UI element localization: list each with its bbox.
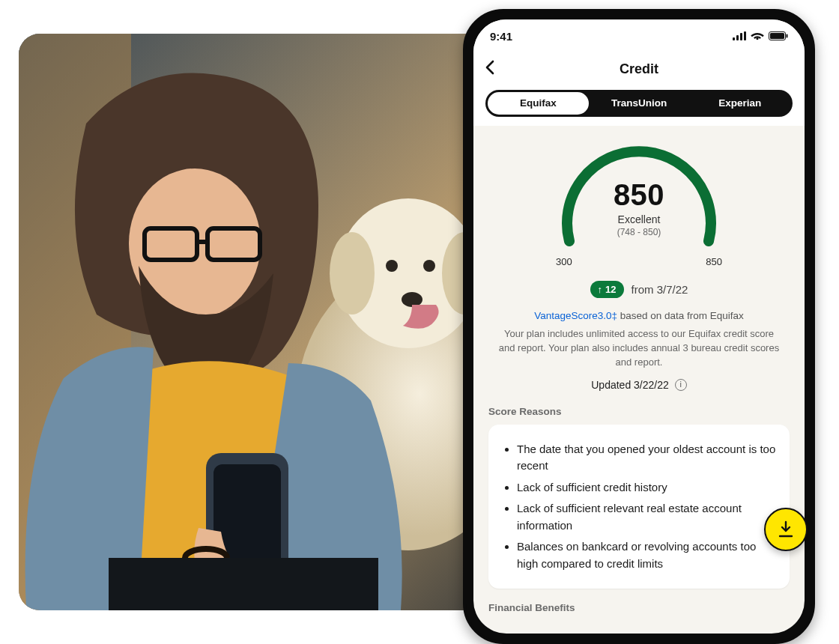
svg-rect-16 bbox=[109, 558, 378, 610]
svg-rect-19 bbox=[740, 33, 742, 40]
section-score-reasons: Score Reasons bbox=[488, 406, 790, 417]
gauge-scale: 300 850 bbox=[560, 256, 718, 267]
plan-description: Your plan includes unlimited access to o… bbox=[488, 327, 790, 370]
tab-transunion[interactable]: TransUnion bbox=[589, 92, 690, 115]
section-financial-benefits: Financial Benefits bbox=[488, 602, 790, 613]
score-change-from: from 3/7/22 bbox=[631, 283, 688, 296]
svg-rect-17 bbox=[733, 37, 735, 40]
gauge-min: 300 bbox=[556, 256, 572, 267]
credit-body: 850 Excellent (748 - 850) 300 850 ↑ 12 bbox=[473, 126, 805, 634]
svg-point-7 bbox=[423, 260, 435, 272]
svg-point-6 bbox=[386, 260, 398, 272]
bureau-tabs: Equifax TransUnion Experian bbox=[473, 85, 805, 126]
svg-rect-20 bbox=[744, 31, 746, 40]
credit-rating: Excellent bbox=[545, 213, 733, 225]
score-change-value: 12 bbox=[605, 284, 616, 295]
back-button[interactable] bbox=[484, 60, 494, 78]
score-reason-item: Balances on bankcard or revolving accoun… bbox=[517, 538, 776, 572]
status-bar: 9:41 bbox=[473, 19, 805, 52]
download-button[interactable] bbox=[764, 508, 808, 551]
phone-frame: 9:41 Credit bbox=[463, 9, 815, 644]
chevron-left-icon bbox=[484, 60, 494, 75]
svg-rect-18 bbox=[736, 35, 739, 40]
info-icon[interactable]: i bbox=[675, 379, 687, 391]
score-change-chip: ↑ 12 bbox=[590, 281, 624, 298]
credit-score: 850 bbox=[545, 178, 733, 212]
status-time: 9:41 bbox=[490, 30, 512, 43]
score-gauge: 850 Excellent (748 - 850) bbox=[545, 142, 733, 255]
score-reason-item: The date that you opened your oldest acc… bbox=[517, 441, 776, 475]
updated-label: Updated 3/22/22 bbox=[591, 379, 669, 391]
gauge-max: 850 bbox=[706, 256, 722, 267]
status-icons bbox=[733, 30, 788, 43]
arrow-up-icon: ↑ bbox=[598, 284, 603, 295]
cellular-icon bbox=[733, 30, 746, 43]
vantagescore-link[interactable]: VantageScore3.0‡ bbox=[534, 310, 617, 321]
vantage-source: based on data from Equifax bbox=[617, 310, 744, 321]
nav-bar: Credit bbox=[473, 52, 805, 85]
credit-rating-range: (748 - 850) bbox=[545, 227, 733, 237]
score-reason-item: Lack of sufficient relevant real estate … bbox=[517, 500, 776, 534]
tab-experian[interactable]: Experian bbox=[689, 92, 790, 115]
svg-point-4 bbox=[330, 232, 375, 315]
tab-equifax[interactable]: Equifax bbox=[488, 92, 589, 115]
download-icon bbox=[778, 520, 794, 538]
wifi-icon bbox=[751, 30, 764, 43]
svg-rect-22 bbox=[770, 33, 784, 39]
score-reasons-card: The date that you opened your oldest acc… bbox=[488, 425, 790, 589]
page-title: Credit bbox=[473, 61, 805, 77]
score-reason-item: Lack of sufficient credit history bbox=[517, 479, 776, 496]
phone-screen: 9:41 Credit bbox=[473, 19, 805, 634]
svg-rect-23 bbox=[787, 34, 788, 37]
battery-icon bbox=[769, 30, 788, 43]
